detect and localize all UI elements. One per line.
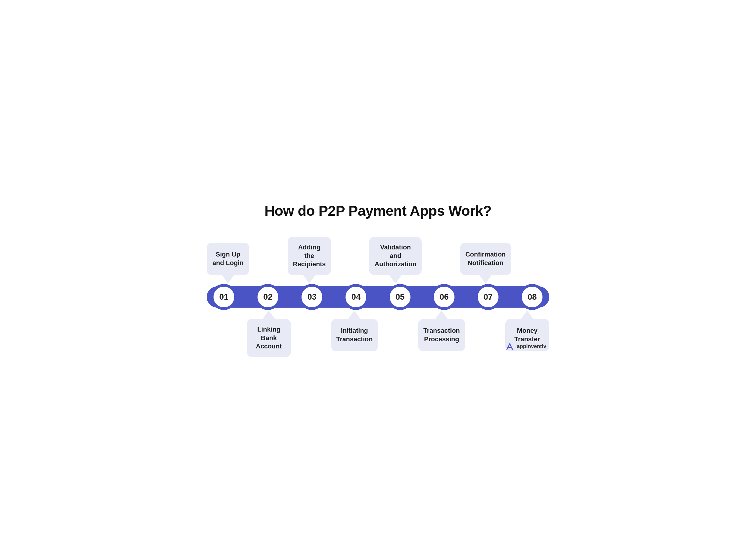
timeline-track: 01 02 03 04 05 06 07 08 — [207, 286, 549, 308]
bubble-step-05: ValidationandAuthorization — [369, 237, 422, 275]
bubble-step-02: Linking BankAccount — [247, 319, 291, 357]
page-title: How do P2P Payment Apps Work? — [201, 203, 555, 219]
logo: appinventiv — [505, 342, 546, 352]
step-circle-07: 07 — [476, 285, 500, 309]
diagram: Sign Upand Login Adding theRecipients Va… — [201, 237, 555, 357]
step-circle-06: 06 — [432, 285, 456, 309]
bubble-step-07: ConfirmationNotification — [460, 243, 511, 275]
step-circle-03: 03 — [300, 285, 324, 309]
bubble-step-01: Sign Upand Login — [207, 243, 249, 275]
step-circle-01: 01 — [212, 285, 236, 309]
top-bubbles-row: Sign Upand Login Adding theRecipients Va… — [201, 237, 555, 275]
step-circle-05: 05 — [388, 285, 412, 309]
timeline-row: 01 02 03 04 05 06 07 08 — [201, 286, 555, 308]
step-circle-08: 08 — [520, 285, 544, 309]
step-circle-02: 02 — [256, 285, 280, 309]
step-circle-04: 04 — [344, 285, 368, 309]
bubble-step-03: Adding theRecipients — [288, 237, 331, 275]
logo-icon — [505, 342, 514, 352]
logo-text: appinventiv — [517, 343, 546, 349]
bubble-step-04: InitiatingTransaction — [331, 319, 378, 352]
bottom-bubbles-row: Linking BankAccount InitiatingTransactio… — [201, 319, 555, 357]
page-container: How do P2P Payment Apps Work? Sign Upand… — [201, 203, 555, 357]
bubble-step-06: TransactionProcessing — [418, 319, 465, 352]
